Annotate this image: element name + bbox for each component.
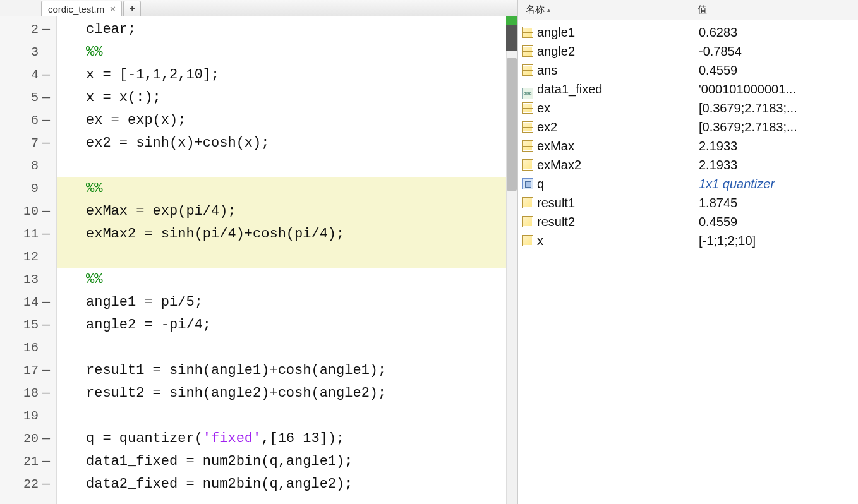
line-number-gutter: 2—34—5—6—7—8910—11—121314—15—1617—18—192…	[0, 16, 57, 504]
line-number: 5	[21, 90, 39, 105]
variable-name: ans	[537, 63, 699, 78]
code-line[interactable]: data2_fixed = num2bin(q,angle2);	[57, 472, 517, 495]
gutter-line[interactable]: 22—	[0, 472, 56, 495]
line-number: 11	[21, 227, 39, 241]
breakpoint-dash: —	[42, 68, 51, 82]
array-icon	[522, 235, 533, 246]
gutter-line[interactable]: 7—	[0, 131, 56, 154]
breakpoint-dash: —	[42, 90, 51, 105]
breakpoint-dash: —	[42, 454, 51, 469]
workspace-value-header-label: 值	[698, 4, 707, 15]
variable-value: -0.7854	[699, 44, 742, 59]
gutter-line[interactable]: 12	[0, 245, 56, 268]
gutter-line[interactable]: 16	[0, 336, 56, 359]
array-icon	[522, 45, 533, 57]
array-icon	[522, 197, 533, 208]
scroll-up-icon[interactable]: ▴	[511, 40, 516, 50]
code-line[interactable]: %%	[57, 268, 517, 291]
code-line[interactable]: %%	[57, 177, 517, 200]
code-line[interactable]: result2 = sinh(angle2)+cosh(angle2);	[57, 381, 517, 404]
workspace-variable-row[interactable]: ex[0.3679;2.7183;...	[518, 99, 858, 117]
gutter-line[interactable]: 17—	[0, 359, 56, 381]
gutter-line[interactable]: 15—	[0, 313, 56, 336]
workspace-variable-row[interactable]: result20.4559	[518, 212, 858, 231]
gutter-line[interactable]: 6—	[0, 109, 56, 131]
gutter-line[interactable]: 3	[0, 40, 56, 63]
workspace-variable-row[interactable]: exMax22.1933	[518, 155, 858, 174]
file-tab[interactable]: cordic_test.m ✕	[41, 1, 122, 16]
breakpoint-dash: —	[42, 386, 51, 400]
code-line[interactable]: %%	[57, 40, 517, 63]
scrollbar-thumb[interactable]	[507, 58, 517, 191]
code-line[interactable]: clear;	[57, 18, 517, 40]
variable-name: exMax2	[537, 158, 699, 172]
code-token: data1_fixed = num2bin(q,angle1);	[86, 453, 353, 469]
gutter-line[interactable]: 21—	[0, 450, 56, 472]
gutter-line[interactable]: 20—	[0, 427, 56, 450]
code-line[interactable]: ex2 = sinh(x)+cosh(x);	[57, 131, 517, 154]
close-icon[interactable]: ✕	[109, 4, 116, 14]
gutter-line[interactable]: 8	[0, 154, 56, 177]
line-number: 7	[21, 136, 39, 150]
gutter-line[interactable]: 18—	[0, 381, 56, 404]
code-line[interactable]: x = [-1,1,2,10];	[57, 63, 517, 86]
code-status-indicator	[506, 16, 517, 25]
code-line[interactable]: angle1 = pi/5;	[57, 291, 517, 313]
scrollbar-track[interactable]: ▴	[506, 16, 517, 504]
breakpoint-dash: —	[42, 431, 51, 446]
variable-name: result1	[537, 196, 699, 210]
code-token: x = [-1,1,2,10];	[86, 67, 219, 83]
code-token: %%	[86, 181, 102, 196]
breakpoint-dash: —	[42, 227, 51, 241]
variable-value: 0.4559	[699, 63, 737, 78]
variable-name: angle2	[537, 44, 699, 59]
gutter-line[interactable]: 13	[0, 268, 56, 291]
code-line[interactable]	[57, 404, 517, 427]
editor-body: 2—34—5—6—7—8910—11—121314—15—1617—18—192…	[0, 16, 517, 504]
code-line[interactable]: exMax2 = sinh(pi/4)+cosh(pi/4);	[57, 222, 517, 245]
gutter-line[interactable]: 9	[0, 177, 56, 200]
editor-panel: cordic_test.m ✕ + 2—34—5—6—7—8910—11—121…	[0, 0, 518, 504]
code-token: clear;	[86, 21, 136, 37]
workspace-variable-row[interactable]: angle10.6283	[518, 23, 858, 42]
gutter-line[interactable]: 10—	[0, 200, 56, 222]
code-line[interactable]: ex = exp(x);	[57, 109, 517, 131]
workspace-variable-row[interactable]: exMax2.1933	[518, 136, 858, 155]
gutter-line[interactable]: 14—	[0, 291, 56, 313]
line-number: 17	[21, 363, 39, 378]
code-line[interactable]: x = x(:);	[57, 86, 517, 109]
new-tab-button[interactable]: +	[123, 1, 141, 16]
line-number: 3	[21, 45, 39, 59]
gutter-line[interactable]: 2—	[0, 18, 56, 40]
code-line[interactable]	[57, 336, 517, 359]
variable-value: 0.4559	[699, 215, 737, 229]
sort-ascending-icon: ▴	[547, 6, 550, 13]
workspace-variable-row[interactable]: angle2-0.7854	[518, 42, 858, 61]
code-token: ex2 = sinh(x)+cosh(x);	[86, 135, 269, 151]
workspace-column-value[interactable]: 值	[695, 4, 707, 16]
gutter-line[interactable]: 11—	[0, 222, 56, 245]
workspace-variable-row[interactable]: abcdata1_fixed'000101000001...	[518, 80, 858, 99]
code-line[interactable]	[57, 245, 517, 268]
code-line[interactable]: result1 = sinh(angle1)+cosh(angle1);	[57, 359, 517, 381]
gutter-line[interactable]: 19	[0, 404, 56, 427]
code-line[interactable]: angle2 = -pi/4;	[57, 313, 517, 336]
code-line[interactable]: exMax = exp(pi/4);	[57, 200, 517, 222]
workspace-variable-row[interactable]: result11.8745	[518, 193, 858, 212]
code-area[interactable]: clear;%%x = [-1,1,2,10];x = x(:);ex = ex…	[57, 16, 517, 504]
workspace-variable-row[interactable]: x[-1;1;2;10]	[518, 231, 858, 250]
workspace-variable-row[interactable]: ex2[0.3679;2.7183;...	[518, 117, 858, 136]
code-line[interactable]: q = quantizer('fixed',[16 13]);	[57, 427, 517, 450]
line-number: 9	[21, 181, 39, 196]
workspace-variable-row[interactable]: q1x1 quantizer	[518, 174, 858, 193]
code-line[interactable]: data1_fixed = num2bin(q,angle1);	[57, 450, 517, 472]
array-icon	[522, 27, 533, 38]
code-token: exMax2 = sinh(pi/4)+cosh(pi/4);	[86, 226, 344, 242]
gutter-line[interactable]: 5—	[0, 86, 56, 109]
code-line[interactable]	[57, 154, 517, 177]
gutter-line[interactable]: 4—	[0, 63, 56, 86]
workspace-column-name[interactable]: 名称 ▴	[518, 4, 695, 16]
array-icon	[522, 159, 533, 171]
workspace-variable-row[interactable]: ans0.4559	[518, 61, 858, 80]
breakpoint-dash: —	[42, 318, 51, 332]
